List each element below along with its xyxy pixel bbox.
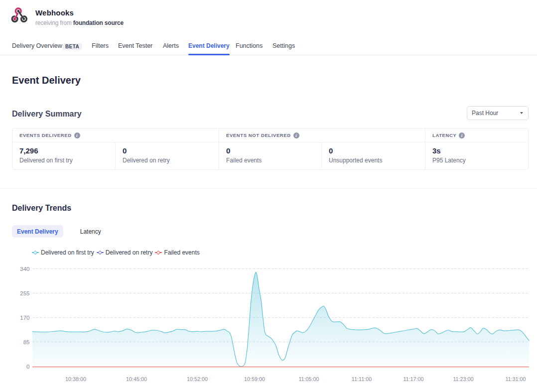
svg-text:11:31:00: 11:31:00 — [505, 376, 526, 382]
svg-text:10:59:00: 10:59:00 — [244, 376, 265, 382]
svg-text:85: 85 — [23, 339, 30, 345]
svg-text:0: 0 — [26, 364, 29, 370]
svg-text:11:05:00: 11:05:00 — [298, 376, 319, 382]
svg-text:10:45:00: 10:45:00 — [126, 376, 147, 382]
svg-text:10:52:00: 10:52:00 — [187, 376, 208, 382]
svg-text:11:17:00: 11:17:00 — [403, 376, 423, 382]
svg-text:11:11:00: 11:11:00 — [352, 376, 372, 382]
svg-text:10:38:00: 10:38:00 — [65, 376, 86, 382]
svg-text:255: 255 — [20, 290, 29, 296]
svg-text:340: 340 — [20, 266, 29, 272]
svg-text:11:23:00: 11:23:00 — [453, 376, 473, 382]
svg-text:170: 170 — [20, 315, 29, 321]
